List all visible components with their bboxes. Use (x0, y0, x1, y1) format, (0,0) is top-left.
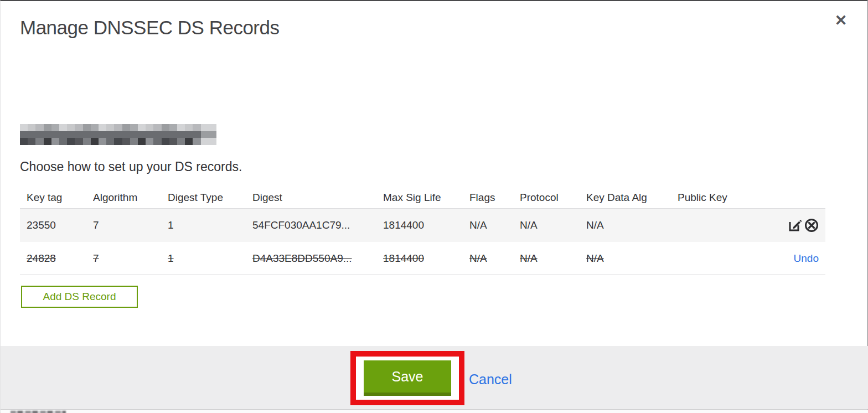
cancel-link[interactable]: Cancel (469, 371, 512, 388)
cell-flags: N/A (469, 252, 520, 265)
cell-key-data-alg: N/A (586, 252, 678, 265)
cell-protocol: N/A (520, 219, 586, 231)
page-title: Manage DNSSEC DS Records (20, 17, 279, 39)
cell-key-tag: 23550 (27, 219, 93, 231)
row-actions: Undo (678, 252, 819, 265)
dnssec-modal: Manage DNSSEC DS Records ✕ Choose how to… (0, 0, 868, 413)
column-header-digest-type: Digest Type (168, 192, 252, 204)
column-header-max-sig-life: Max Sig Life (383, 192, 469, 204)
add-ds-record-button[interactable]: Add DS Record (21, 286, 138, 308)
background-page-content (11, 411, 66, 413)
background-page-sliver (1, 410, 868, 413)
column-header-flags: Flags (469, 192, 520, 204)
close-icon[interactable]: ✕ (831, 11, 850, 30)
instruction-text: Choose how to set up your DS records. (20, 159, 242, 174)
column-header-public-key: Public Key (678, 192, 819, 204)
edit-icon[interactable] (788, 218, 802, 233)
cell-digest-type: 1 (168, 219, 252, 231)
save-button[interactable]: Save (364, 360, 451, 396)
cell-key-data-alg: N/A (586, 219, 678, 231)
cell-algorithm: 7 (93, 219, 168, 231)
cell-max-sig-life: 1814400 (383, 252, 469, 265)
cell-key-tag: 24828 (27, 252, 93, 265)
column-header-protocol: Protocol (520, 192, 586, 204)
row-actions (678, 218, 819, 233)
cell-digest: 54FCF030AA1C79... (252, 219, 383, 231)
cell-digest-type: 1 (168, 252, 252, 265)
column-header-algorithm: Algorithm (93, 192, 168, 204)
table-header-row: Key tag Algorithm Digest Type Digest Max… (20, 187, 825, 209)
cell-flags: N/A (469, 219, 520, 231)
column-header-key-tag: Key tag (27, 192, 93, 204)
cell-algorithm: 7 (93, 252, 168, 265)
cell-protocol: N/A (520, 252, 586, 265)
ds-records-table: Key tag Algorithm Digest Type Digest Max… (20, 187, 825, 275)
undo-link[interactable]: Undo (794, 252, 819, 265)
column-header-key-data-alg: Key Data Alg (586, 192, 678, 204)
delete-icon[interactable] (804, 218, 819, 233)
modal-footer: Save Cancel (1, 346, 868, 410)
save-button-annotation-highlight: Save (350, 351, 464, 405)
redacted-domain-name (20, 124, 216, 145)
column-header-digest: Digest (252, 192, 383, 204)
cell-digest: D4A33E8DD550A9... (252, 252, 383, 265)
cell-max-sig-life: 1814400 (383, 219, 469, 231)
table-row: 23550 7 1 54FCF030AA1C79... 1814400 N/A … (20, 209, 825, 242)
table-row-deleted: 24828 7 1 D4A33E8DD550A9... 1814400 N/A … (20, 242, 825, 275)
